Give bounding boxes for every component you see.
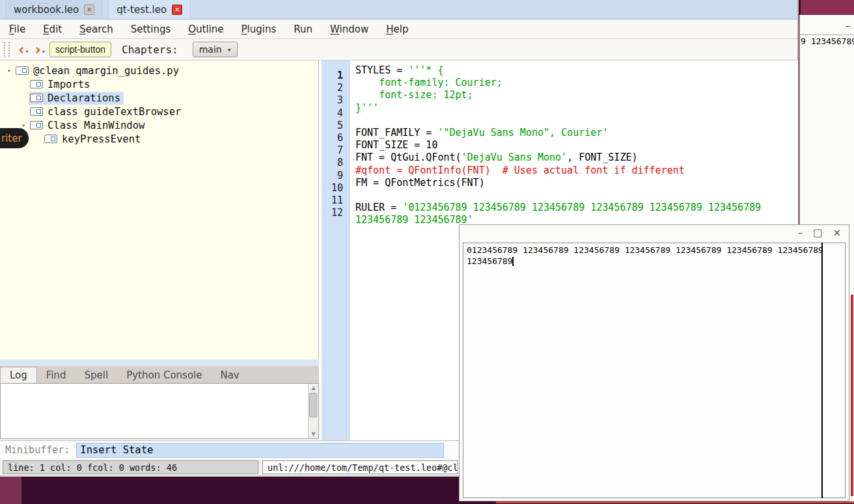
toolbar-drag-handle[interactable] xyxy=(4,42,10,57)
outline-row-imports[interactable]: Imports xyxy=(0,77,318,91)
node-icon-inner-box xyxy=(36,123,41,127)
menu-bar: FileEditSearchSettingsOutlinePluginsRunW… xyxy=(0,20,797,39)
menu-settings[interactable]: Settings xyxy=(131,23,171,35)
line-number: 8 xyxy=(322,157,343,169)
line-number: 1 xyxy=(322,70,343,82)
ruler-text: 9 123456789 xyxy=(801,36,854,46)
desktop-accent-square xyxy=(0,477,21,504)
menu-window[interactable]: Window xyxy=(330,23,368,35)
outline-node[interactable]: Imports xyxy=(29,78,93,91)
outline-node[interactable]: Declarations xyxy=(29,92,124,105)
close-icon[interactable]: × xyxy=(833,227,841,239)
window-edge-red-line xyxy=(496,501,854,503)
code-line[interactable]: FONT_FAMILY = '"DejaVu Sans Mono", Couri… xyxy=(355,127,790,139)
forward-button[interactable]: ›▾ xyxy=(33,43,42,56)
code-line[interactable] xyxy=(355,189,790,202)
document-tab-label: workbook.leo xyxy=(14,4,79,16)
expand-arrow-icon[interactable]: ▾ xyxy=(4,67,14,74)
line-number: 4 xyxy=(322,107,343,120)
outline-row--clean-qmargin_guides-py[interactable]: ▾@clean qmargin_guides.py xyxy=(0,64,318,77)
outline-node[interactable]: class guideTextBrowser xyxy=(29,105,184,118)
log-tab-find[interactable]: Find xyxy=(37,367,76,383)
outline-row-declarations[interactable]: Declarations xyxy=(0,91,318,105)
document-tab-bar: workbook.leo×qt-test.leo× xyxy=(0,0,797,20)
toolbar: ‹▾ ›▾ script-button Chapters: main ▾ xyxy=(0,39,797,60)
tab-close-icon[interactable]: × xyxy=(84,5,94,15)
minimize-icon[interactable]: – xyxy=(798,227,803,239)
code-segment: #qfont = QFontInfo(FNT) # Uses actual fo… xyxy=(355,165,685,176)
minimize-icon[interactable]: – xyxy=(846,20,851,32)
tab-close-icon[interactable]: × xyxy=(172,5,182,15)
log-scrollbar-thumb[interactable] xyxy=(309,393,317,418)
menu-edit[interactable]: Edit xyxy=(43,23,62,35)
log-tab-python-console[interactable]: Python Console xyxy=(117,367,211,383)
node-icon-inner-box xyxy=(22,68,27,73)
forward-dropdown-icon[interactable]: ▾ xyxy=(42,46,45,59)
line-number: 7 xyxy=(322,144,343,157)
ruler-test-window[interactable]: – □ × 0123456789 123456789 123456789 123… xyxy=(459,224,849,501)
outline-node-label: keyPressEvent xyxy=(62,133,141,145)
log-tab-nav[interactable]: Nav xyxy=(211,367,248,383)
code-line[interactable]: STYLES = '''* { xyxy=(355,64,790,77)
menu-file[interactable]: File xyxy=(9,23,25,35)
code-segment: font-size: 12pt; xyxy=(355,89,473,101)
log-tab-log[interactable]: Log xyxy=(0,367,37,383)
outline-row-class-guidetextbrowser[interactable]: class guideTextBrowser xyxy=(0,105,318,118)
code-segment: }''' xyxy=(355,102,379,114)
code-line[interactable]: }''' xyxy=(355,102,790,114)
log-pane[interactable] xyxy=(0,383,319,439)
unl-status: unl:///home/tom/Temp/qt-test.leo#@clea xyxy=(262,460,458,474)
scroll-up-icon[interactable]: ▲ xyxy=(311,385,315,391)
menu-run[interactable]: Run xyxy=(294,23,312,35)
scroll-down-icon[interactable]: ▼ xyxy=(311,431,315,437)
outline-row-class-mainwindow[interactable]: ▾Class MainWindow xyxy=(0,118,318,132)
code-line[interactable]: FM = QFontMetrics(FNT) xyxy=(355,177,790,189)
menu-search[interactable]: Search xyxy=(79,23,113,35)
code-segment: font-family: Courier; xyxy=(355,77,503,88)
back-button[interactable]: ‹▾ xyxy=(16,43,26,56)
code-line[interactable]: font-size: 12pt; xyxy=(355,89,790,101)
cursor-position-status: line: 1 col: 0 fcol: 0 words: 46 xyxy=(3,460,258,474)
script-button[interactable]: script-button xyxy=(49,42,111,57)
code-line[interactable]: RULER = '0123456789 123456789 123456789 … xyxy=(355,202,790,226)
node-icon-inner-box xyxy=(36,109,41,114)
outline-node[interactable]: @clean qmargin_guides.py xyxy=(14,64,182,77)
code-segment: '"DejaVu Sans Mono", Courier' xyxy=(437,127,608,139)
outline-node-label: @clean qmargin_guides.py xyxy=(33,65,179,77)
minibuffer-input[interactable]: Insert State xyxy=(76,443,444,458)
outline-node-label: class guideTextBrowser xyxy=(48,106,181,118)
menu-outline[interactable]: Outline xyxy=(188,23,223,35)
menu-plugins[interactable]: Plugins xyxy=(241,23,277,35)
minibuffer-label: Minibuffer: xyxy=(5,444,70,456)
node-icon-inner-box xyxy=(36,82,41,86)
code-segment: FONT_SIZE = 10 xyxy=(355,139,437,151)
code-line[interactable]: FONT_SIZE = 10 xyxy=(355,139,790,152)
log-tab-spell[interactable]: Spell xyxy=(76,367,118,383)
pane-splitter[interactable] xyxy=(0,360,319,366)
menu-help[interactable]: Help xyxy=(386,23,408,35)
maximize-icon[interactable]: □ xyxy=(813,227,822,239)
code-line[interactable] xyxy=(355,114,790,127)
code-segment: FNT = QtGui.QFont( xyxy=(355,152,461,163)
document-tab-qt-test-leo[interactable]: qt-test.leo× xyxy=(108,0,191,19)
outline-node-label: Declarations xyxy=(48,92,120,104)
back-dropdown-icon[interactable]: ▾ xyxy=(25,46,28,59)
code-segment: '0123456789 123456789 123456789 12345678… xyxy=(355,202,767,226)
outline-node-label: Class MainWindow xyxy=(48,120,145,131)
document-tab-workbook-leo[interactable]: workbook.leo× xyxy=(5,0,103,19)
outline-pane: ▾@clean qmargin_guides.pyImportsDeclarat… xyxy=(0,60,319,360)
chevron-down-icon: ▾ xyxy=(228,46,231,53)
outline-row-keypressevent[interactable]: keyPressEvent xyxy=(0,132,318,146)
outline-node[interactable]: keyPressEvent xyxy=(43,133,144,146)
node-icon xyxy=(30,107,43,116)
code-line[interactable]: font-family: Courier; xyxy=(355,77,790,89)
code-line[interactable]: FNT = QtGui.QFont('DejaVu Sans Mono', FO… xyxy=(355,152,790,164)
chapters-label: Chapters: xyxy=(122,44,178,56)
text-cursor xyxy=(512,257,514,266)
code-text[interactable]: STYLES = '''* { font-family: Courier; fo… xyxy=(355,64,790,227)
outline-node[interactable]: Class MainWindow xyxy=(29,119,148,132)
chapter-select[interactable]: main ▾ xyxy=(193,42,238,57)
side-notification-tooltip: riter xyxy=(0,128,29,148)
code-line[interactable]: #qfont = QFontInfo(FNT) # Uses actual fo… xyxy=(355,165,790,177)
ruler-textarea[interactable]: 0123456789 123456789 123456789 123456789… xyxy=(463,243,846,498)
